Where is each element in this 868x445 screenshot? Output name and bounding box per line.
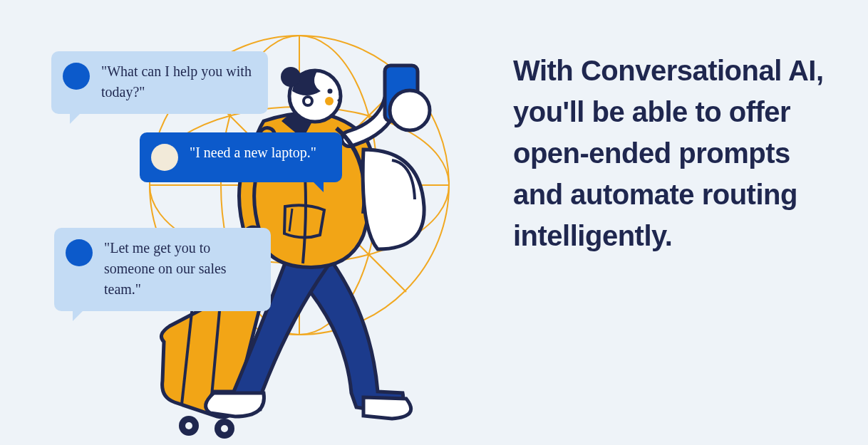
svg-point-19 bbox=[304, 97, 312, 105]
chat-bubble-user: "I need a new laptop." bbox=[140, 132, 342, 182]
svg-point-10 bbox=[185, 422, 192, 429]
avatar-icon bbox=[151, 144, 178, 171]
chat-bubble-agent-2: "Let me get you to someone on our sales … bbox=[54, 228, 271, 311]
chat-message: "What can I help you with today?" bbox=[101, 61, 255, 103]
svg-point-21 bbox=[328, 89, 333, 94]
svg-point-12 bbox=[221, 425, 228, 432]
headline-text: With Conversational AI, you'll be able t… bbox=[513, 50, 827, 256]
svg-point-20 bbox=[325, 97, 334, 105]
chat-message: "I need a new laptop." bbox=[190, 142, 316, 163]
chat-message: "Let me get you to someone on our sales … bbox=[104, 238, 258, 300]
promo-graphic: "What can I help you with today?" "I nee… bbox=[0, 0, 868, 445]
avatar-icon bbox=[63, 63, 90, 90]
chat-bubble-agent-1: "What can I help you with today?" bbox=[51, 51, 268, 114]
svg-point-18 bbox=[281, 67, 301, 87]
avatar-icon bbox=[66, 239, 93, 266]
svg-point-16 bbox=[390, 90, 430, 130]
